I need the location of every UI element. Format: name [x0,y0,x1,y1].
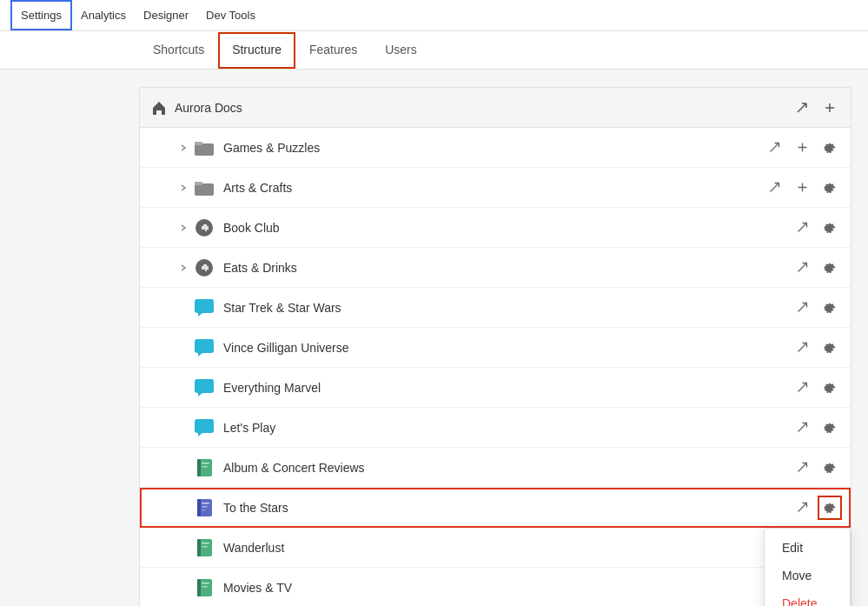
add-icon[interactable] [792,177,812,198]
svg-rect-31 [202,509,206,511]
nav-designer[interactable]: Designer [135,0,197,30]
row-label: Star Trek & Star Wars [223,301,792,315]
svg-rect-19 [195,419,214,433]
link-icon[interactable] [792,257,812,278]
gear-icon[interactable] [819,217,840,238]
svg-rect-34 [197,539,201,556]
svg-rect-10 [195,299,214,313]
row-label: Let's Play [223,421,792,435]
link-icon[interactable] [792,497,812,518]
svg-marker-17 [198,393,202,396]
root-add-icon[interactable] [819,97,840,118]
gear-icon[interactable] [819,257,840,278]
link-icon[interactable] [764,177,785,198]
nav-devtools[interactable]: Dev Tools [197,0,264,30]
tab-shortcuts[interactable]: Shortcuts [139,32,218,69]
tab-features[interactable]: Features [295,32,371,69]
row-actions [792,337,840,358]
nav-analytics[interactable]: Analytics [72,0,135,30]
gear-icon-active[interactable] [819,497,840,518]
home-icon [150,99,168,117]
puzzle-icon [192,256,216,280]
book2-icon [192,496,216,520]
row-actions [792,417,840,438]
gear-icon[interactable] [819,417,840,438]
book-icon [192,456,216,480]
tree-row: Book Club [140,208,851,248]
tree-row: Vince Gilligan Universe [140,328,851,368]
link-icon[interactable] [792,297,812,318]
expand-button[interactable] [175,259,192,276]
link-icon[interactable] [792,377,812,398]
gear-icon[interactable] [819,177,840,198]
chat-icon [192,296,216,320]
main-content: Aurora Docs [0,70,868,606]
row-label: To the Stars [223,501,792,515]
link-icon[interactable] [792,417,812,438]
tree-row: Arts & Crafts [140,168,851,208]
tab-users[interactable]: Users [371,32,431,69]
row-label: Games & Puzzles [223,141,764,155]
svg-rect-40 [202,586,208,588]
folder-icon [192,176,216,200]
sub-nav: Shortcuts Structure Features Users [0,31,868,70]
chat-icon [192,416,216,440]
chat-icon [192,336,216,360]
row-actions [792,497,840,518]
tree-row-to-the-stars: To the Stars Edit Move Delete [140,488,851,528]
link-icon[interactable] [792,217,812,238]
gear-icon[interactable] [819,297,840,318]
root-label: Aurora Docs [175,101,792,115]
tree-row: Album & Concert Reviews [140,448,851,488]
root-actions [792,97,840,118]
link-icon[interactable] [764,137,785,158]
book-icon [192,576,216,600]
svg-rect-4 [195,182,202,185]
folder-icon [192,136,216,160]
expand-button[interactable] [175,219,192,236]
svg-marker-14 [198,353,202,356]
tree-row: Wanderlust [140,528,851,568]
tab-structure[interactable]: Structure [218,32,295,69]
svg-rect-39 [202,583,209,584]
tree-row: Games & Puzzles [140,128,851,168]
gear-icon[interactable] [819,377,840,398]
svg-rect-25 [202,466,208,468]
link-icon[interactable] [792,457,812,478]
gear-icon[interactable] [819,457,840,478]
svg-marker-20 [198,433,202,436]
gear-icon[interactable] [819,137,840,158]
svg-rect-28 [197,499,201,516]
chat-icon [192,376,216,400]
book-icon [192,536,216,560]
add-icon[interactable] [792,137,812,158]
svg-rect-3 [195,183,214,196]
svg-rect-23 [197,459,201,476]
context-menu-delete[interactable]: Delete [765,589,850,606]
context-menu-move[interactable]: Move [765,562,850,589]
expand-button[interactable] [175,139,192,156]
tree-row: Let's Play [140,408,851,448]
row-actions [764,177,840,198]
row-label: Movies & TV [223,581,819,595]
row-actions [792,217,840,238]
row-label: Eats & Drinks [223,261,792,275]
context-menu-edit[interactable]: Edit [765,534,850,562]
top-nav: Settings Analytics Designer Dev Tools [0,0,868,31]
link-icon[interactable] [792,337,812,358]
tree-container: Aurora Docs [139,87,851,606]
row-label: Vince Gilligan Universe [223,341,792,355]
tree-row: Everything Marvel [140,368,851,408]
tree-row: Movies & TV [140,568,851,606]
tree-row: Eats & Drinks [140,248,851,288]
context-menu: Edit Move Delete [764,528,851,606]
expand-button[interactable] [175,179,192,196]
row-label: Wanderlust [223,541,819,555]
nav-settings[interactable]: Settings [10,0,72,30]
svg-rect-13 [195,339,214,353]
svg-rect-16 [195,379,214,393]
gear-icon[interactable] [819,337,840,358]
svg-rect-38 [197,579,201,596]
root-link-icon[interactable] [792,97,812,118]
svg-marker-11 [198,313,202,316]
